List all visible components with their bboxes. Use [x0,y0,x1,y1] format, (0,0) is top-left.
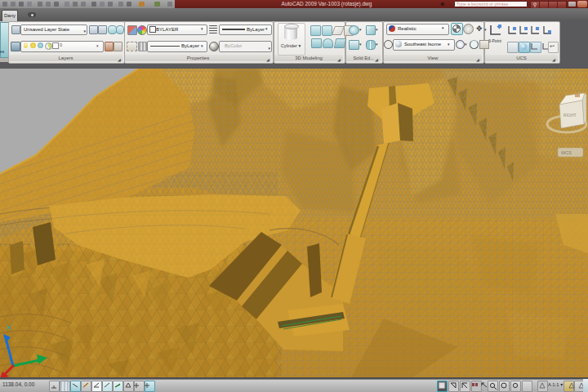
svg-text:WCS: WCS [561,150,572,155]
svg-text:RIGHT: RIGHT [564,113,577,118]
